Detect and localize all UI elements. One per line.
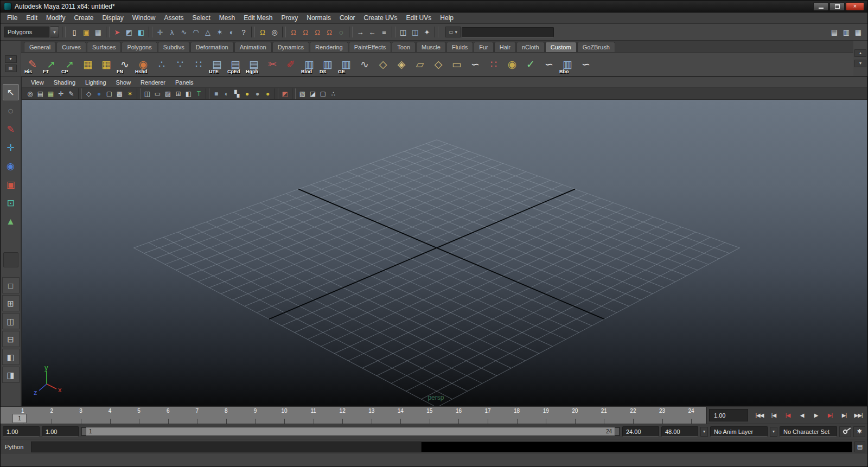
- menu-item[interactable]: Proxy: [277, 12, 303, 23]
- three-pane-layout-button[interactable]: ◧: [2, 349, 20, 365]
- gate-mask-button[interactable]: ▨: [163, 88, 173, 99]
- shadows-button[interactable]: ●: [263, 88, 273, 99]
- minimize-button[interactable]: [813, 2, 828, 11]
- ipr-render-button[interactable]: ◫: [409, 26, 421, 38]
- all-lights-button[interactable]: ●: [242, 88, 252, 99]
- paint-select-tool[interactable]: ✎: [3, 121, 19, 137]
- playback-start-field[interactable]: 1.00: [42, 426, 79, 437]
- timeline-frame[interactable]: 22: [618, 407, 648, 424]
- anim-layer-field[interactable]: No Anim Layer: [710, 426, 768, 437]
- default-light-button[interactable]: ●: [252, 88, 263, 99]
- four-pane-layout-button[interactable]: ⊞: [2, 295, 20, 311]
- shaded-mode-button[interactable]: ◐: [221, 88, 232, 99]
- wireframe-on-shaded-button[interactable]: ◪: [308, 88, 318, 99]
- step-forward-key-button[interactable]: ▶|: [823, 409, 837, 422]
- tool-settings-toggle[interactable]: ▥: [840, 26, 852, 38]
- shelf-item-cut[interactable]: ✂: [263, 54, 282, 75]
- timeline-frame[interactable]: 7: [182, 407, 212, 424]
- lock-selection-button[interactable]: Ω: [257, 26, 269, 38]
- shelf-scroll-down-button[interactable]: ▾: [854, 60, 866, 67]
- shelf-tab-dynamics[interactable]: Dynamics: [272, 42, 309, 52]
- snap-to-curves-button[interactable]: Ω: [299, 26, 311, 38]
- fill-mode-button[interactable]: ■: [211, 88, 221, 99]
- step-forward-frame-button[interactable]: ▶|: [837, 409, 851, 422]
- shelf-tab-custom[interactable]: Custom: [545, 42, 577, 52]
- camera-bookmarks-button[interactable]: ▤: [35, 88, 46, 99]
- menu-item[interactable]: Edit: [22, 12, 42, 23]
- shelf-item-blnd[interactable]: ▥ Blnd: [300, 54, 318, 75]
- textured-display-button[interactable]: ▩: [114, 88, 125, 99]
- timeline-frame[interactable]: 24: [676, 407, 706, 424]
- shelf-item-grid-1[interactable]: ▦: [79, 54, 97, 75]
- shelf-tab-surfaces[interactable]: Surfaces: [87, 42, 121, 52]
- timeline-frame[interactable]: 2: [37, 407, 67, 424]
- shelf-item-ds[interactable]: ▥ DS: [318, 54, 337, 75]
- range-start-handle[interactable]: [81, 427, 86, 436]
- snap-to-grids-button[interactable]: Ω: [288, 26, 299, 38]
- scale-tool[interactable]: ▣: [3, 176, 19, 193]
- shelf-tab-menu-button[interactable]: ▾: [5, 55, 17, 63]
- xray-button[interactable]: ▧: [297, 88, 308, 99]
- menu-set-selector[interactable]: Polygons: [4, 27, 49, 37]
- menu-item[interactable]: Edit Mesh: [239, 12, 277, 23]
- attribute-editor-toggle[interactable]: ▤: [828, 26, 840, 38]
- snap-to-points-button[interactable]: Ω: [311, 26, 323, 38]
- animation-preferences-button[interactable]: ✱: [853, 426, 865, 437]
- shelf-tab-painteffects[interactable]: PaintEffects: [349, 42, 392, 52]
- share-view-button[interactable]: ∴: [328, 88, 339, 99]
- current-frame-indicator[interactable]: 1: [12, 414, 27, 423]
- shelf-item-mesh-2[interactable]: ◈: [392, 54, 411, 75]
- step-back-key-button[interactable]: |◀: [781, 409, 795, 422]
- range-end-handle[interactable]: [615, 427, 620, 436]
- render-current-frame-button[interactable]: ◫: [397, 26, 409, 38]
- lasso-select-tool[interactable]: ◌: [3, 103, 19, 119]
- timeline-frame[interactable]: 14: [386, 407, 416, 424]
- timeline-frame[interactable]: 11: [299, 407, 328, 424]
- animation-end-field[interactable]: 48.00: [661, 426, 698, 437]
- wireframe-display-button[interactable]: ◇: [84, 88, 94, 99]
- menu-item[interactable]: Normals: [302, 12, 335, 23]
- timeline-frame[interactable]: 13: [357, 407, 386, 424]
- shelf-item-grid-2[interactable]: ▦: [97, 54, 116, 75]
- snap-to-view-planes-button[interactable]: Ω: [323, 26, 335, 38]
- time-slider-track[interactable]: 1 2 3 4 5 6 7 8 9 10: [1, 407, 707, 424]
- shelf-tab-general[interactable]: General: [24, 42, 56, 52]
- select-by-object-button[interactable]: ◩: [123, 26, 135, 38]
- lighting-button[interactable]: ✶: [125, 88, 135, 99]
- select-curves-mask-button[interactable]: ∿: [178, 26, 190, 38]
- character-set-menu-button[interactable]: ▾: [770, 427, 777, 437]
- isolate-select-button[interactable]: ◩: [280, 88, 290, 99]
- bounding-box-button[interactable]: ▢: [104, 88, 114, 99]
- select-misc-mask-button[interactable]: ?: [238, 26, 250, 38]
- view-compass-button[interactable]: ✛: [56, 88, 66, 99]
- select-rendering-mask-button[interactable]: ◐: [226, 26, 238, 38]
- auto-keyframe-button[interactable]: [839, 426, 851, 437]
- checker-map-button[interactable]: ▚: [232, 88, 242, 99]
- shelf-item-mesh-1[interactable]: ◇: [374, 54, 392, 75]
- command-input[interactable]: [31, 442, 422, 452]
- timeline-frame[interactable]: 4: [95, 407, 125, 424]
- shelf-item-ute[interactable]: ▤ UTE: [208, 54, 226, 75]
- safe-title-button[interactable]: T: [194, 88, 204, 99]
- shelf-item-ge[interactable]: ▥ GE: [337, 54, 355, 75]
- rotate-tool[interactable]: ◉: [3, 158, 19, 174]
- last-tool-slot[interactable]: [3, 252, 18, 267]
- menu-item[interactable]: Mesh: [215, 12, 239, 23]
- timeline-frame[interactable]: 23: [648, 407, 677, 424]
- timeline-frame[interactable]: 19: [531, 407, 560, 424]
- maximize-button[interactable]: [829, 2, 845, 11]
- timeline-frame[interactable]: 17: [473, 407, 502, 424]
- texture-borders-button[interactable]: ▢: [318, 88, 328, 99]
- highlight-selection-button[interactable]: ◎: [269, 26, 280, 38]
- playback-end-field[interactable]: 24.00: [622, 426, 659, 437]
- make-live-button[interactable]: ◌: [335, 26, 347, 38]
- smooth-shade-button[interactable]: ●: [94, 88, 104, 99]
- timeline-frame[interactable]: 10: [270, 407, 299, 424]
- soft-modification-tool[interactable]: ▲: [3, 213, 19, 229]
- channel-box-toggle[interactable]: ▦: [852, 26, 864, 38]
- shelf-tab-animation[interactable]: Animation: [234, 42, 272, 52]
- select-surfaces-mask-button[interactable]: ◠: [190, 26, 202, 38]
- shelf-item-stroke-1[interactable]: ∽: [466, 54, 484, 75]
- input-connections-button[interactable]: →: [354, 26, 366, 38]
- shelf-item-dots[interactable]: ∷: [484, 54, 503, 75]
